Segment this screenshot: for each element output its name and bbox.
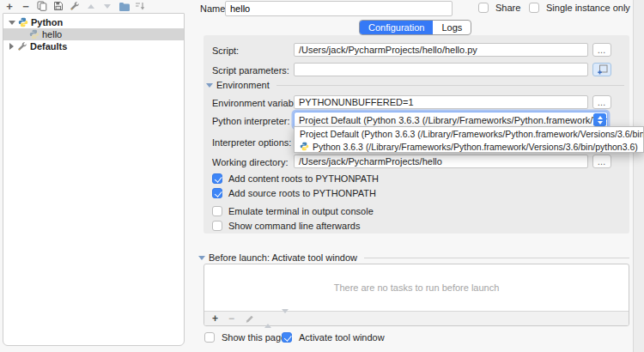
working-directory-label: Working directory: bbox=[212, 157, 288, 167]
insert-macro-button[interactable] bbox=[592, 63, 611, 76]
wrench-icon bbox=[17, 41, 27, 52]
add-source-roots-checkbox[interactable] bbox=[212, 188, 222, 198]
activate-tool-window-label: Activate tool window bbox=[299, 332, 385, 343]
show-command-line-checkbox[interactable] bbox=[212, 221, 222, 231]
section-collapse-icon[interactable] bbox=[198, 256, 205, 260]
add-source-roots-label: Add source roots to PYTHONPATH bbox=[228, 188, 376, 198]
add-content-roots-checkbox[interactable] bbox=[212, 173, 222, 184]
move-down-icon[interactable] bbox=[101, 1, 113, 12]
python-icon bbox=[300, 142, 309, 151]
section-collapse-icon[interactable] bbox=[206, 83, 213, 88]
before-launch-toolbar: + − bbox=[204, 311, 629, 325]
python-interpreter-value: Project Default (Python 3.6.3 (/Library/… bbox=[299, 115, 608, 125]
single-instance-checkbox-row[interactable]: Single instance only bbox=[529, 3, 630, 13]
emulate-terminal-checkbox-row[interactable]: Emulate terminal in output console bbox=[212, 206, 374, 216]
remove-task-icon[interactable]: − bbox=[228, 313, 234, 324]
emulate-terminal-checkbox[interactable] bbox=[212, 206, 222, 216]
working-directory-browse-button[interactable]: … bbox=[592, 155, 611, 168]
edit-task-icon[interactable] bbox=[245, 314, 254, 324]
activate-tool-window-checkbox-row[interactable]: Activate tool window bbox=[282, 332, 385, 343]
edit-defaults-icon[interactable] bbox=[69, 1, 81, 12]
before-launch-task-list: There are no tasks to run before launch … bbox=[204, 264, 629, 326]
environment-variables-input[interactable]: PYTHONUNBUFFERED=1 bbox=[294, 95, 588, 109]
script-parameters-label: Script parameters: bbox=[212, 65, 289, 76]
insert-macro-icon bbox=[597, 64, 608, 75]
remove-configuration-icon[interactable]: − bbox=[20, 1, 32, 12]
single-instance-checkbox[interactable] bbox=[529, 3, 539, 13]
interpreter-option-project-default[interactable]: Project Default (Python 3.6.3 (/Library/… bbox=[295, 127, 643, 140]
task-move-down-icon[interactable] bbox=[282, 313, 289, 324]
before-launch-empty-text: There are no tasks to run before launch bbox=[204, 282, 629, 293]
select-stepper-icon[interactable] bbox=[593, 113, 606, 126]
script-value: /Users/jack/PycharmProjects/hello/hello.… bbox=[299, 45, 477, 55]
script-browse-button[interactable]: … bbox=[592, 43, 611, 57]
share-label: Share bbox=[495, 3, 520, 13]
copy-configuration-icon[interactable] bbox=[36, 1, 48, 12]
activate-tool-window-checkbox[interactable] bbox=[282, 332, 292, 343]
run-debug-configurations-dialog: + − Python hello bbox=[0, 0, 644, 352]
add-configuration-icon[interactable]: + bbox=[3, 1, 15, 12]
interpreter-options-label: Interpreter options: bbox=[212, 137, 291, 148]
tree-item-hello-selected[interactable]: hello bbox=[3, 28, 184, 40]
python-icon bbox=[29, 29, 39, 39]
tab-configuration[interactable]: Configuration bbox=[360, 21, 433, 34]
save-configuration-icon[interactable] bbox=[52, 1, 64, 12]
add-content-roots-checkbox-row[interactable]: Add content roots to PYTHONPATH bbox=[212, 173, 379, 184]
show-command-line-checkbox-row[interactable]: Show command line afterwards bbox=[212, 221, 360, 231]
before-launch-header[interactable]: Before launch: Activate tool window bbox=[198, 252, 629, 263]
interpreter-option-label: Project Default (Python 3.6.3 (/Library/… bbox=[300, 129, 643, 139]
config-tabs: Configuration Logs bbox=[359, 20, 471, 35]
single-instance-label: Single instance only bbox=[546, 3, 630, 13]
add-source-roots-checkbox-row[interactable]: Add source roots to PYTHONPATH bbox=[212, 188, 376, 198]
tree-item-label: Defaults bbox=[30, 41, 67, 52]
show-command-line-label: Show command line afterwards bbox=[228, 221, 360, 231]
expand-arrow-icon[interactable] bbox=[9, 21, 15, 25]
name-label: Name: bbox=[200, 3, 228, 14]
new-folder-icon[interactable] bbox=[118, 1, 130, 12]
script-input[interactable]: /Users/jack/PycharmProjects/hello/hello.… bbox=[294, 43, 588, 57]
show-this-page-checkbox-row[interactable]: Show this page bbox=[204, 332, 286, 343]
tab-logs[interactable]: Logs bbox=[433, 21, 471, 34]
configurations-tree: Python hello Defaults bbox=[3, 13, 185, 346]
scrollbar-track[interactable] bbox=[633, 0, 644, 352]
section-divider bbox=[276, 85, 624, 86]
script-parameters-input[interactable] bbox=[294, 63, 588, 76]
before-launch-label: Before launch: Activate tool window bbox=[209, 252, 357, 263]
python-icon bbox=[18, 17, 28, 27]
tree-item-python[interactable]: Python bbox=[3, 16, 184, 28]
environment-section-header[interactable]: Environment bbox=[206, 80, 624, 90]
add-task-icon[interactable]: + bbox=[212, 313, 218, 324]
name-input[interactable] bbox=[225, 1, 453, 16]
show-this-page-checkbox[interactable] bbox=[204, 332, 215, 343]
show-this-page-label: Show this page bbox=[222, 332, 286, 343]
interpreter-option-python363[interactable]: Python 3.6.3 (/Library/Frameworks/Python… bbox=[295, 140, 643, 153]
add-content-roots-label: Add content roots to PYTHONPATH bbox=[228, 173, 379, 184]
interpreter-dropdown-popup: Project Default (Python 3.6.3 (/Library/… bbox=[294, 126, 644, 153]
interpreter-option-label: Python 3.6.3 (/Library/Frameworks/Python… bbox=[313, 142, 638, 152]
section-divider bbox=[364, 258, 629, 258]
share-checkbox-row[interactable]: Share bbox=[478, 3, 520, 13]
sort-configurations-icon[interactable] bbox=[134, 1, 146, 12]
working-directory-input[interactable]: /Users/jack/PycharmProjects/hello bbox=[294, 155, 588, 168]
move-up-icon[interactable] bbox=[85, 1, 97, 12]
emulate-terminal-label: Emulate terminal in output console bbox=[228, 206, 374, 216]
configurations-toolbar: + − bbox=[3, 0, 146, 12]
share-checkbox[interactable] bbox=[478, 3, 489, 13]
task-move-up-icon[interactable] bbox=[264, 313, 271, 324]
tree-item-label: Python bbox=[31, 17, 63, 27]
collapse-arrow-icon[interactable] bbox=[9, 43, 14, 50]
environment-variables-value: PYTHONUNBUFFERED=1 bbox=[299, 97, 414, 107]
python-interpreter-label: Python interpreter: bbox=[212, 116, 290, 126]
script-label: Script: bbox=[212, 46, 239, 56]
environment-variables-browse-button[interactable]: … bbox=[592, 95, 611, 109]
environment-section-label: Environment bbox=[216, 80, 270, 90]
tree-item-defaults[interactable]: Defaults bbox=[3, 40, 184, 52]
working-directory-value: /Users/jack/PycharmProjects/hello bbox=[299, 156, 442, 167]
tree-item-label: hello bbox=[42, 29, 62, 39]
